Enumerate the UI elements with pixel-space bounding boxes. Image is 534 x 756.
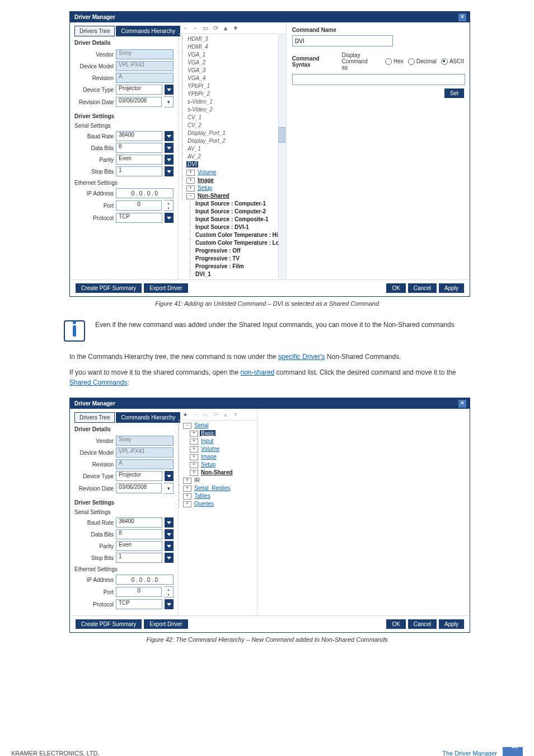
parity-select[interactable]: Even (116, 155, 162, 165)
tree-item[interactable]: DVI (186, 161, 286, 169)
tree-item[interactable]: Display_Port_1 (186, 129, 286, 137)
plus-icon[interactable]: + (182, 25, 189, 31)
delete-icon[interactable]: ▭ (202, 411, 209, 418)
tab-drivers-tree[interactable]: Drivers Tree (74, 412, 115, 423)
revision-date-field[interactable]: 03/06/2008 (116, 483, 162, 493)
close-icon[interactable]: × (458, 13, 466, 21)
chevron-down-icon[interactable] (165, 541, 174, 551)
tree-item[interactable]: Input Source : DVI-1 (194, 223, 286, 231)
tree-item[interactable]: VGA_2 (186, 59, 286, 67)
tree-item[interactable]: +Setup (183, 461, 257, 469)
tree-item[interactable]: VGA_4 (186, 74, 286, 82)
chevron-down-icon[interactable] (165, 529, 174, 539)
footer-right-link[interactable]: The Driver Manager (442, 750, 497, 756)
chevron-down-icon[interactable] (165, 143, 174, 153)
expand-icon[interactable]: + (183, 486, 191, 492)
window-titlebar[interactable]: Driver Manager × (70, 12, 470, 22)
ip-field[interactable]: 0 . 0 . 0 . 0 (116, 575, 174, 585)
ok-button[interactable]: OK (386, 283, 405, 293)
tree-group[interactable]: −Non-Shared (186, 192, 286, 200)
expand-icon[interactable]: + (190, 470, 198, 476)
revision-field[interactable]: A (116, 73, 174, 83)
move-up-icon[interactable]: ▲ (222, 25, 229, 31)
databits-select[interactable]: 8 (116, 529, 162, 539)
tree-item[interactable]: s-Video_1 (186, 98, 286, 106)
tree-item[interactable]: +Tables (183, 492, 257, 500)
move-down-icon[interactable]: ▼ (232, 411, 239, 418)
tree-item[interactable]: +Serial_Replies (183, 484, 257, 492)
close-icon[interactable]: × (458, 400, 466, 408)
vendor-field[interactable]: Sony (116, 436, 174, 446)
tree-item[interactable]: VGA_1 (186, 51, 286, 59)
tree-item[interactable]: Display_Port_2 (186, 137, 286, 145)
tree-item[interactable]: YPbPr_1 (186, 82, 286, 90)
command-tree-2[interactable]: −Serial+Basic+Input+Volume+Image+Setup+N… (179, 421, 257, 615)
command-syntax-input[interactable] (292, 74, 465, 85)
revision-field[interactable]: A (116, 459, 174, 469)
baud-select[interactable]: 38400 (116, 517, 162, 528)
device-type-select[interactable]: Projector (116, 471, 162, 481)
chevron-down-icon[interactable] (165, 517, 174, 528)
port-field[interactable]: 0 (116, 200, 162, 211)
refresh-icon[interactable]: ⟳ (212, 25, 219, 31)
chevron-down-icon[interactable] (165, 155, 174, 165)
move-down-icon[interactable]: ▼ (232, 25, 239, 31)
expand-icon[interactable]: + (190, 438, 198, 445)
model-field[interactable]: VPL-PX41 (116, 447, 174, 458)
expand-icon[interactable]: + (190, 454, 198, 460)
tree-item[interactable]: VGA_3 (186, 67, 286, 74)
non-shared-link[interactable]: non-shared (241, 368, 275, 376)
radio-decimal[interactable]: Decimal (408, 58, 437, 65)
cancel-button[interactable]: Cancel (408, 619, 437, 629)
calendar-icon[interactable]: ▾ (164, 96, 174, 108)
chevron-down-icon[interactable] (165, 166, 174, 176)
command-tree-1[interactable]: HDMI_3HDMI_4VGA_1VGA_2VGA_3VGA_4YPbPr_1Y… (179, 34, 286, 279)
tree-group[interactable]: +Image (186, 176, 286, 184)
baud-select[interactable]: 38400 (116, 131, 162, 141)
device-type-select[interactable]: Projector (116, 85, 162, 95)
tree-group[interactable]: +Setup (186, 184, 286, 192)
expand-icon[interactable]: − (186, 193, 195, 199)
tree-item[interactable]: +Non-Shared (183, 469, 257, 477)
minus-icon[interactable]: − (192, 411, 199, 418)
expand-icon[interactable]: + (190, 462, 198, 468)
apply-button[interactable]: Apply (439, 619, 464, 629)
move-up-icon[interactable]: ▲ (222, 411, 229, 418)
expand-icon[interactable]: − (183, 423, 191, 429)
tree-item[interactable]: AV_2 (186, 153, 286, 161)
tree-item[interactable]: HDMI_3 (186, 35, 286, 43)
expand-icon[interactable]: + (186, 178, 195, 184)
port-spinner[interactable]: ▲▼ (164, 200, 174, 211)
tree-item[interactable]: Progressive : TV (194, 255, 286, 263)
export-driver-button[interactable]: Export Driver (144, 619, 188, 629)
ok-button[interactable]: OK (386, 619, 405, 629)
ip-field[interactable]: 0 . 0 . 0 . 0 (116, 188, 174, 198)
databits-select[interactable]: 8 (116, 143, 162, 153)
minus-icon[interactable]: − (192, 25, 199, 31)
radio-hex[interactable]: Hex (385, 58, 404, 65)
revision-date-field[interactable]: 03/06/2008 (116, 97, 162, 107)
tree-item[interactable]: Input Source : Composite-1 (194, 216, 286, 223)
port-field[interactable]: 0 (116, 587, 162, 597)
expand-icon[interactable]: + (190, 431, 198, 437)
parity-select[interactable]: Even (116, 541, 162, 551)
export-driver-button[interactable]: Export Driver (144, 283, 188, 293)
set-button[interactable]: Set (444, 88, 464, 98)
tree-item[interactable]: Progressive : Film (194, 263, 286, 270)
expand-icon[interactable]: + (186, 185, 195, 192)
protocol-select[interactable]: TCP (116, 213, 162, 223)
tree-item[interactable]: +Image (183, 453, 257, 461)
create-pdf-button[interactable]: Create PDF Summary (76, 283, 142, 293)
expand-icon[interactable]: + (190, 446, 198, 452)
shared-commands-link[interactable]: Shared Commands (69, 379, 127, 386)
tree-item[interactable]: +Basic (183, 430, 257, 437)
chevron-down-icon[interactable] (165, 471, 174, 481)
specific-driver-link[interactable]: specific Driver's (278, 353, 325, 361)
tree-item[interactable]: Custom Color Temperature : Low (194, 239, 286, 247)
delete-icon[interactable]: ▭ (202, 25, 209, 31)
tree-item[interactable]: +Volume (183, 445, 257, 453)
apply-button[interactable]: Apply (439, 283, 464, 293)
port-spinner[interactable]: ▲▼ (164, 586, 174, 598)
stopbits-select[interactable]: 1 (116, 553, 162, 563)
expand-icon[interactable]: + (183, 493, 191, 500)
